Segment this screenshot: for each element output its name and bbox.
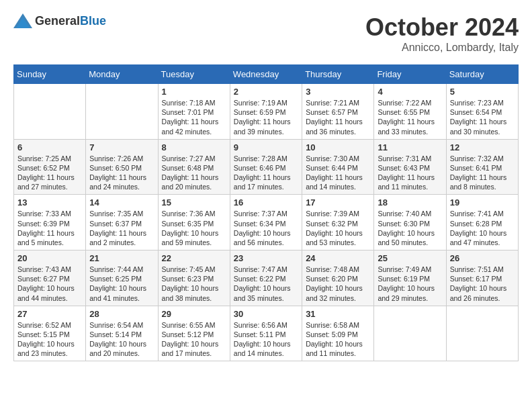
day-number: 28 <box>89 309 154 319</box>
calendar-cell <box>374 306 446 361</box>
day-number: 22 <box>162 253 226 263</box>
day-header-tuesday: Tuesday <box>158 65 230 84</box>
day-info: Sunrise: 7:23 AMSunset: 6:54 PMDaylight:… <box>450 98 515 136</box>
day-number: 5 <box>450 87 515 97</box>
day-number: 18 <box>378 197 442 208</box>
day-info: Sunrise: 7:49 AMSunset: 6:19 PMDaylight:… <box>378 265 442 303</box>
calendar-cell: 23Sunrise: 7:47 AMSunset: 6:22 PMDayligh… <box>230 250 302 306</box>
day-info: Sunrise: 6:55 AMSunset: 5:12 PMDaylight:… <box>162 320 226 359</box>
day-info: Sunrise: 7:41 AMSunset: 6:28 PMDaylight:… <box>450 209 515 247</box>
calendar-cell: 28Sunrise: 6:54 AMSunset: 5:14 PMDayligh… <box>86 306 158 361</box>
title-block: October 2024 Annicco, Lombardy, Italy <box>365 13 519 54</box>
logo: GeneralBlue <box>13 13 106 28</box>
day-info: Sunrise: 7:37 AMSunset: 6:34 PMDaylight:… <box>234 209 298 247</box>
day-number: 3 <box>306 87 370 97</box>
day-info: Sunrise: 7:33 AMSunset: 6:39 PMDaylight:… <box>17 209 82 247</box>
calendar-cell: 11Sunrise: 7:31 AMSunset: 6:43 PMDayligh… <box>374 139 446 195</box>
day-header-monday: Monday <box>86 65 158 84</box>
week-row-5: 27Sunrise: 6:52 AMSunset: 5:15 PMDayligh… <box>14 306 519 361</box>
day-info: Sunrise: 7:19 AMSunset: 6:59 PMDaylight:… <box>234 98 298 136</box>
day-info: Sunrise: 7:18 AMSunset: 7:01 PMDaylight:… <box>162 98 226 136</box>
calendar-cell: 2Sunrise: 7:19 AMSunset: 6:59 PMDaylight… <box>230 84 302 140</box>
calendar-cell: 16Sunrise: 7:37 AMSunset: 6:34 PMDayligh… <box>230 195 302 250</box>
day-info: Sunrise: 6:52 AMSunset: 5:15 PMDaylight:… <box>17 320 82 359</box>
calendar-cell: 3Sunrise: 7:21 AMSunset: 6:57 PMDaylight… <box>302 84 374 140</box>
day-info: Sunrise: 7:30 AMSunset: 6:44 PMDaylight:… <box>306 154 370 192</box>
calendar-body: 1Sunrise: 7:18 AMSunset: 7:01 PMDaylight… <box>14 84 519 361</box>
day-header-sunday: Sunday <box>14 65 86 84</box>
calendar-cell: 17Sunrise: 7:39 AMSunset: 6:32 PMDayligh… <box>302 195 374 250</box>
calendar-cell: 12Sunrise: 7:32 AMSunset: 6:41 PMDayligh… <box>446 139 518 195</box>
calendar-cell: 29Sunrise: 6:55 AMSunset: 5:12 PMDayligh… <box>158 306 230 361</box>
day-number: 27 <box>17 309 82 319</box>
day-header-friday: Friday <box>374 65 446 84</box>
day-number: 29 <box>162 309 226 319</box>
calendar-cell: 18Sunrise: 7:40 AMSunset: 6:30 PMDayligh… <box>374 195 446 250</box>
day-info: Sunrise: 6:58 AMSunset: 5:09 PMDaylight:… <box>306 320 370 359</box>
calendar-cell: 15Sunrise: 7:36 AMSunset: 6:35 PMDayligh… <box>158 195 230 250</box>
day-number: 19 <box>450 197 515 208</box>
day-info: Sunrise: 6:56 AMSunset: 5:11 PMDaylight:… <box>234 320 298 359</box>
page-header: GeneralBlue October 2024 Annicco, Lombar… <box>13 13 519 54</box>
day-info: Sunrise: 7:31 AMSunset: 6:43 PMDaylight:… <box>378 154 442 192</box>
calendar-cell: 8Sunrise: 7:27 AMSunset: 6:48 PMDaylight… <box>158 139 230 195</box>
day-number: 14 <box>89 197 154 208</box>
calendar-cell: 30Sunrise: 6:56 AMSunset: 5:11 PMDayligh… <box>230 306 302 361</box>
calendar-cell <box>446 306 518 361</box>
calendar-cell: 19Sunrise: 7:41 AMSunset: 6:28 PMDayligh… <box>446 195 518 250</box>
day-number: 1 <box>162 87 226 97</box>
day-number: 13 <box>17 197 82 208</box>
day-info: Sunrise: 6:54 AMSunset: 5:14 PMDaylight:… <box>89 320 154 359</box>
day-number: 21 <box>89 253 154 263</box>
day-number: 10 <box>306 142 370 152</box>
day-info: Sunrise: 7:28 AMSunset: 6:46 PMDaylight:… <box>234 154 298 192</box>
day-number: 23 <box>234 253 298 263</box>
header-row: SundayMondayTuesdayWednesdayThursdayFrid… <box>14 65 519 84</box>
day-number: 30 <box>234 309 298 319</box>
day-number: 6 <box>17 142 82 152</box>
calendar-cell: 20Sunrise: 7:43 AMSunset: 6:27 PMDayligh… <box>14 250 86 306</box>
day-info: Sunrise: 7:47 AMSunset: 6:22 PMDaylight:… <box>234 265 298 303</box>
calendar-cell: 9Sunrise: 7:28 AMSunset: 6:46 PMDaylight… <box>230 139 302 195</box>
calendar-cell: 24Sunrise: 7:48 AMSunset: 6:20 PMDayligh… <box>302 250 374 306</box>
day-number: 17 <box>306 197 370 208</box>
day-info: Sunrise: 7:26 AMSunset: 6:50 PMDaylight:… <box>89 154 154 192</box>
day-info: Sunrise: 7:21 AMSunset: 6:57 PMDaylight:… <box>306 98 370 136</box>
day-info: Sunrise: 7:36 AMSunset: 6:35 PMDaylight:… <box>162 209 226 247</box>
day-info: Sunrise: 7:45 AMSunset: 6:23 PMDaylight:… <box>162 265 226 303</box>
calendar-cell: 26Sunrise: 7:51 AMSunset: 6:17 PMDayligh… <box>446 250 518 306</box>
calendar-cell: 31Sunrise: 6:58 AMSunset: 5:09 PMDayligh… <box>302 306 374 361</box>
day-info: Sunrise: 7:25 AMSunset: 6:52 PMDaylight:… <box>17 154 82 192</box>
calendar-cell <box>14 84 86 140</box>
day-number: 31 <box>306 309 370 319</box>
day-info: Sunrise: 7:39 AMSunset: 6:32 PMDaylight:… <box>306 209 370 247</box>
calendar-cell: 13Sunrise: 7:33 AMSunset: 6:39 PMDayligh… <box>14 195 86 250</box>
day-info: Sunrise: 7:32 AMSunset: 6:41 PMDaylight:… <box>450 154 515 192</box>
day-info: Sunrise: 7:40 AMSunset: 6:30 PMDaylight:… <box>378 209 442 247</box>
calendar-cell: 7Sunrise: 7:26 AMSunset: 6:50 PMDaylight… <box>86 139 158 195</box>
calendar-cell: 14Sunrise: 7:35 AMSunset: 6:37 PMDayligh… <box>86 195 158 250</box>
day-number: 24 <box>306 253 370 263</box>
day-info: Sunrise: 7:43 AMSunset: 6:27 PMDaylight:… <box>17 265 82 303</box>
day-number: 4 <box>378 87 442 97</box>
calendar-cell: 22Sunrise: 7:45 AMSunset: 6:23 PMDayligh… <box>158 250 230 306</box>
day-number: 12 <box>450 142 515 152</box>
day-info: Sunrise: 7:22 AMSunset: 6:55 PMDaylight:… <box>378 98 442 136</box>
calendar-cell <box>86 84 158 140</box>
day-number: 11 <box>378 142 442 152</box>
day-header-thursday: Thursday <box>302 65 374 84</box>
day-number: 7 <box>89 142 154 152</box>
calendar-cell: 6Sunrise: 7:25 AMSunset: 6:52 PMDaylight… <box>14 139 86 195</box>
day-number: 8 <box>162 142 226 152</box>
day-header-wednesday: Wednesday <box>230 65 302 84</box>
calendar-cell: 4Sunrise: 7:22 AMSunset: 6:55 PMDaylight… <box>374 84 446 140</box>
day-info: Sunrise: 7:35 AMSunset: 6:37 PMDaylight:… <box>89 209 154 247</box>
month-year-title: October 2024 <box>365 13 519 42</box>
day-number: 15 <box>162 197 226 208</box>
day-info: Sunrise: 7:27 AMSunset: 6:48 PMDaylight:… <box>162 154 226 192</box>
logo-general-text: General <box>35 14 80 28</box>
calendar-table: SundayMondayTuesdayWednesdayThursdayFrid… <box>13 64 519 361</box>
location-subtitle: Annicco, Lombardy, Italy <box>365 42 519 54</box>
week-row-3: 13Sunrise: 7:33 AMSunset: 6:39 PMDayligh… <box>14 195 519 250</box>
week-row-2: 6Sunrise: 7:25 AMSunset: 6:52 PMDaylight… <box>14 139 519 195</box>
